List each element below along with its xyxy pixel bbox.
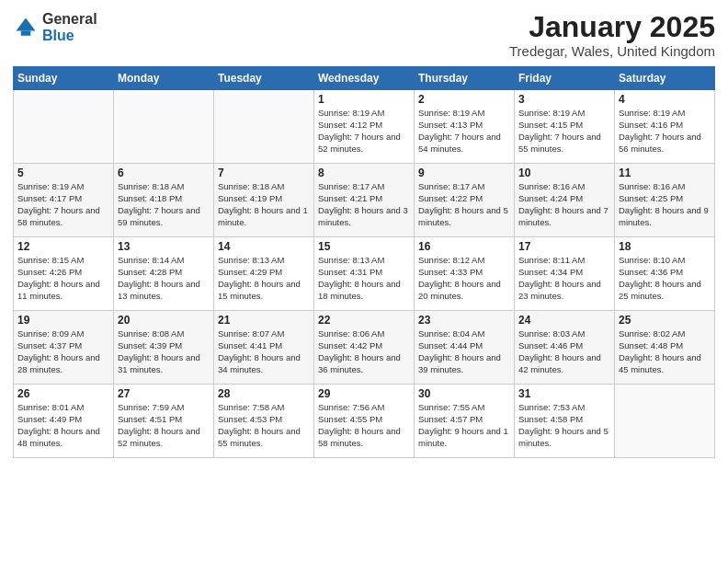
calendar-cell: 23Sunrise: 8:04 AM Sunset: 4:44 PM Dayli… xyxy=(415,311,515,385)
calendar-cell: 9Sunrise: 8:17 AM Sunset: 4:22 PM Daylig… xyxy=(415,164,515,237)
calendar-week-5: 26Sunrise: 8:01 AM Sunset: 4:49 PM Dayli… xyxy=(14,385,715,458)
day-number: 8 xyxy=(318,167,410,179)
calendar-cell xyxy=(214,90,314,164)
day-info: Sunrise: 8:03 AM Sunset: 4:46 PM Dayligh… xyxy=(518,328,610,375)
calendar-cell: 11Sunrise: 8:16 AM Sunset: 4:25 PM Dayli… xyxy=(615,164,715,237)
day-info: Sunrise: 8:07 AM Sunset: 4:41 PM Dayligh… xyxy=(218,328,310,375)
day-info: Sunrise: 7:58 AM Sunset: 4:53 PM Dayligh… xyxy=(218,402,310,449)
title-block: January 2025 Tredegar, Wales, United Kin… xyxy=(509,11,715,59)
calendar-header-row: Sunday Monday Tuesday Wednesday Thursday… xyxy=(14,67,715,90)
day-info: Sunrise: 8:19 AM Sunset: 4:17 PM Dayligh… xyxy=(17,181,109,228)
day-info: Sunrise: 8:19 AM Sunset: 4:15 PM Dayligh… xyxy=(518,108,610,155)
day-info: Sunrise: 8:11 AM Sunset: 4:34 PM Dayligh… xyxy=(518,255,610,302)
day-number: 3 xyxy=(518,93,610,106)
col-wednesday: Wednesday xyxy=(314,67,415,90)
day-number: 13 xyxy=(118,240,210,253)
calendar-cell: 16Sunrise: 8:12 AM Sunset: 4:33 PM Dayli… xyxy=(415,237,515,311)
day-number: 19 xyxy=(17,314,109,327)
logo-general: General xyxy=(42,11,97,27)
svg-marker-0 xyxy=(17,17,36,30)
col-monday: Monday xyxy=(114,67,214,90)
calendar-cell: 27Sunrise: 7:59 AM Sunset: 4:51 PM Dayli… xyxy=(114,385,214,458)
calendar-cell: 10Sunrise: 8:16 AM Sunset: 4:24 PM Dayli… xyxy=(515,164,615,237)
day-info: Sunrise: 8:13 AM Sunset: 4:31 PM Dayligh… xyxy=(318,255,410,302)
day-info: Sunrise: 8:06 AM Sunset: 4:42 PM Dayligh… xyxy=(318,328,410,375)
day-info: Sunrise: 7:53 AM Sunset: 4:58 PM Dayligh… xyxy=(518,402,610,449)
calendar-cell: 25Sunrise: 8:02 AM Sunset: 4:48 PM Dayli… xyxy=(615,311,715,385)
day-number: 24 xyxy=(518,314,610,327)
calendar-week-4: 19Sunrise: 8:09 AM Sunset: 4:37 PM Dayli… xyxy=(14,311,715,385)
day-info: Sunrise: 8:14 AM Sunset: 4:28 PM Dayligh… xyxy=(118,255,210,302)
day-info: Sunrise: 8:16 AM Sunset: 4:24 PM Dayligh… xyxy=(518,181,610,228)
day-number: 14 xyxy=(218,240,310,253)
day-number: 29 xyxy=(318,387,410,400)
day-info: Sunrise: 8:19 AM Sunset: 4:13 PM Dayligh… xyxy=(418,108,510,155)
calendar-cell: 1Sunrise: 8:19 AM Sunset: 4:12 PM Daylig… xyxy=(314,90,415,164)
day-info: Sunrise: 8:19 AM Sunset: 4:12 PM Dayligh… xyxy=(318,108,410,155)
calendar-cell: 31Sunrise: 7:53 AM Sunset: 4:58 PM Dayli… xyxy=(515,385,615,458)
day-info: Sunrise: 8:15 AM Sunset: 4:26 PM Dayligh… xyxy=(17,255,109,302)
calendar-cell xyxy=(615,385,715,458)
calendar-cell: 28Sunrise: 7:58 AM Sunset: 4:53 PM Dayli… xyxy=(214,385,314,458)
day-number: 20 xyxy=(118,314,210,327)
calendar-cell: 21Sunrise: 8:07 AM Sunset: 4:41 PM Dayli… xyxy=(214,311,314,385)
day-info: Sunrise: 8:12 AM Sunset: 4:33 PM Dayligh… xyxy=(418,255,510,302)
col-saturday: Saturday xyxy=(615,67,715,90)
month-title: January 2025 xyxy=(509,11,715,43)
day-info: Sunrise: 8:04 AM Sunset: 4:44 PM Dayligh… xyxy=(418,328,510,375)
day-number: 11 xyxy=(619,167,711,179)
day-info: Sunrise: 8:18 AM Sunset: 4:19 PM Dayligh… xyxy=(218,181,310,228)
calendar-cell: 3Sunrise: 8:19 AM Sunset: 4:15 PM Daylig… xyxy=(515,90,615,164)
day-number: 17 xyxy=(518,240,610,253)
day-number: 2 xyxy=(418,93,510,106)
calendar-week-1: 1Sunrise: 8:19 AM Sunset: 4:12 PM Daylig… xyxy=(14,90,715,164)
calendar-cell: 19Sunrise: 8:09 AM Sunset: 4:37 PM Dayli… xyxy=(14,311,114,385)
calendar-week-3: 12Sunrise: 8:15 AM Sunset: 4:26 PM Dayli… xyxy=(14,237,715,311)
calendar-cell xyxy=(114,90,214,164)
day-number: 10 xyxy=(518,167,610,179)
calendar-cell: 7Sunrise: 8:18 AM Sunset: 4:19 PM Daylig… xyxy=(214,164,314,237)
day-number: 28 xyxy=(218,387,310,400)
calendar-cell: 13Sunrise: 8:14 AM Sunset: 4:28 PM Dayli… xyxy=(114,237,214,311)
day-number: 4 xyxy=(619,93,711,106)
calendar-cell: 6Sunrise: 8:18 AM Sunset: 4:18 PM Daylig… xyxy=(114,164,214,237)
col-tuesday: Tuesday xyxy=(214,67,314,90)
calendar-cell: 20Sunrise: 8:08 AM Sunset: 4:39 PM Dayli… xyxy=(114,311,214,385)
day-info: Sunrise: 7:59 AM Sunset: 4:51 PM Dayligh… xyxy=(118,402,210,449)
day-info: Sunrise: 8:19 AM Sunset: 4:16 PM Dayligh… xyxy=(619,108,711,155)
day-number: 27 xyxy=(118,387,210,400)
calendar-cell: 8Sunrise: 8:17 AM Sunset: 4:21 PM Daylig… xyxy=(314,164,415,237)
day-info: Sunrise: 8:17 AM Sunset: 4:21 PM Dayligh… xyxy=(318,181,410,228)
logo-text: General Blue xyxy=(42,11,97,43)
day-info: Sunrise: 8:09 AM Sunset: 4:37 PM Dayligh… xyxy=(17,328,109,375)
col-thursday: Thursday xyxy=(415,67,515,90)
day-info: Sunrise: 8:17 AM Sunset: 4:22 PM Dayligh… xyxy=(418,181,510,228)
day-number: 16 xyxy=(418,240,510,253)
day-number: 9 xyxy=(418,167,510,179)
day-number: 7 xyxy=(218,167,310,179)
calendar-cell: 5Sunrise: 8:19 AM Sunset: 4:17 PM Daylig… xyxy=(14,164,114,237)
calendar-page: General Blue January 2025 Tredegar, Wale… xyxy=(0,0,728,563)
day-number: 26 xyxy=(17,387,109,400)
day-number: 15 xyxy=(318,240,410,253)
day-info: Sunrise: 7:55 AM Sunset: 4:57 PM Dayligh… xyxy=(418,402,510,449)
calendar-cell xyxy=(14,90,114,164)
page-header: General Blue January 2025 Tredegar, Wale… xyxy=(13,11,715,59)
calendar-table: Sunday Monday Tuesday Wednesday Thursday… xyxy=(13,66,715,458)
calendar-cell: 4Sunrise: 8:19 AM Sunset: 4:16 PM Daylig… xyxy=(615,90,715,164)
day-number: 25 xyxy=(619,314,711,327)
calendar-cell: 2Sunrise: 8:19 AM Sunset: 4:13 PM Daylig… xyxy=(415,90,515,164)
logo-icon xyxy=(13,15,39,40)
day-number: 30 xyxy=(418,387,510,400)
calendar-cell: 29Sunrise: 7:56 AM Sunset: 4:55 PM Dayli… xyxy=(314,385,415,458)
calendar-cell: 30Sunrise: 7:55 AM Sunset: 4:57 PM Dayli… xyxy=(415,385,515,458)
logo-blue: Blue xyxy=(42,28,74,43)
logo: General Blue xyxy=(13,11,97,43)
day-number: 5 xyxy=(17,167,109,179)
calendar-cell: 22Sunrise: 8:06 AM Sunset: 4:42 PM Dayli… xyxy=(314,311,415,385)
day-number: 31 xyxy=(518,387,610,400)
calendar-cell: 15Sunrise: 8:13 AM Sunset: 4:31 PM Dayli… xyxy=(314,237,415,311)
day-number: 21 xyxy=(218,314,310,327)
day-info: Sunrise: 8:16 AM Sunset: 4:25 PM Dayligh… xyxy=(619,181,711,228)
calendar-cell: 24Sunrise: 8:03 AM Sunset: 4:46 PM Dayli… xyxy=(515,311,615,385)
